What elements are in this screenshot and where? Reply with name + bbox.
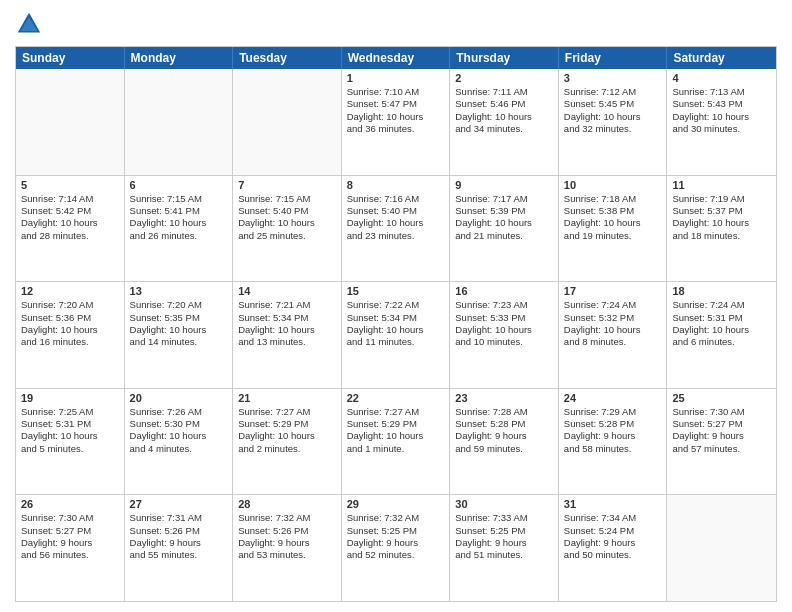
calendar-cell: 4Sunrise: 7:13 AMSunset: 5:43 PMDaylight… (667, 69, 776, 175)
cell-line: and 25 minutes. (238, 230, 336, 242)
calendar-cell: 15Sunrise: 7:22 AMSunset: 5:34 PMDayligh… (342, 282, 451, 388)
day-number: 23 (455, 392, 553, 404)
cell-line: and 2 minutes. (238, 443, 336, 455)
cell-line: Daylight: 10 hours (21, 430, 119, 442)
day-number: 19 (21, 392, 119, 404)
cell-line: Daylight: 10 hours (21, 324, 119, 336)
cell-line: Daylight: 10 hours (455, 324, 553, 336)
calendar-cell: 28Sunrise: 7:32 AMSunset: 5:26 PMDayligh… (233, 495, 342, 601)
calendar-cell (233, 69, 342, 175)
day-number: 27 (130, 498, 228, 510)
day-number: 15 (347, 285, 445, 297)
day-number: 18 (672, 285, 771, 297)
cell-line: Daylight: 9 hours (130, 537, 228, 549)
calendar-week: 12Sunrise: 7:20 AMSunset: 5:36 PMDayligh… (16, 281, 776, 388)
cell-line: Sunset: 5:47 PM (347, 98, 445, 110)
day-number: 24 (564, 392, 662, 404)
cell-line: Daylight: 10 hours (238, 430, 336, 442)
day-number: 1 (347, 72, 445, 84)
cell-line: Sunrise: 7:28 AM (455, 406, 553, 418)
calendar-cell: 16Sunrise: 7:23 AMSunset: 5:33 PMDayligh… (450, 282, 559, 388)
day-number: 11 (672, 179, 771, 191)
cell-line: and 19 minutes. (564, 230, 662, 242)
cell-line: Sunrise: 7:15 AM (130, 193, 228, 205)
weekday-header: Thursday (450, 47, 559, 69)
day-number: 25 (672, 392, 771, 404)
cell-line: Sunrise: 7:30 AM (21, 512, 119, 524)
cell-line: Daylight: 10 hours (455, 111, 553, 123)
cell-line: Sunset: 5:25 PM (455, 525, 553, 537)
cell-line: Daylight: 10 hours (238, 324, 336, 336)
calendar-cell: 2Sunrise: 7:11 AMSunset: 5:46 PMDaylight… (450, 69, 559, 175)
day-number: 26 (21, 498, 119, 510)
cell-line: Daylight: 10 hours (672, 111, 771, 123)
cell-line: and 14 minutes. (130, 336, 228, 348)
cell-line: Daylight: 9 hours (455, 430, 553, 442)
calendar-cell: 8Sunrise: 7:16 AMSunset: 5:40 PMDaylight… (342, 176, 451, 282)
cell-line: Daylight: 10 hours (130, 430, 228, 442)
cell-line: Sunrise: 7:31 AM (130, 512, 228, 524)
cell-line: and 50 minutes. (564, 549, 662, 561)
calendar-cell: 26Sunrise: 7:30 AMSunset: 5:27 PMDayligh… (16, 495, 125, 601)
cell-line: Sunrise: 7:17 AM (455, 193, 553, 205)
cell-line: Daylight: 10 hours (347, 430, 445, 442)
cell-line: Sunrise: 7:26 AM (130, 406, 228, 418)
cell-line: Sunrise: 7:27 AM (347, 406, 445, 418)
cell-line: Sunset: 5:29 PM (238, 418, 336, 430)
logo-icon (15, 10, 43, 38)
cell-line: Sunrise: 7:14 AM (21, 193, 119, 205)
cell-line: Sunrise: 7:23 AM (455, 299, 553, 311)
cell-line: and 34 minutes. (455, 123, 553, 135)
calendar-cell: 13Sunrise: 7:20 AMSunset: 5:35 PMDayligh… (125, 282, 234, 388)
cell-line: Daylight: 9 hours (564, 537, 662, 549)
cell-line: Sunset: 5:30 PM (130, 418, 228, 430)
day-number: 3 (564, 72, 662, 84)
cell-line: and 58 minutes. (564, 443, 662, 455)
calendar-cell: 22Sunrise: 7:27 AMSunset: 5:29 PMDayligh… (342, 389, 451, 495)
cell-line: Sunset: 5:36 PM (21, 312, 119, 324)
cell-line: Sunset: 5:27 PM (672, 418, 771, 430)
cell-line: Daylight: 10 hours (238, 217, 336, 229)
day-number: 20 (130, 392, 228, 404)
cell-line: Sunrise: 7:29 AM (564, 406, 662, 418)
cell-line: Daylight: 10 hours (130, 217, 228, 229)
cell-line: and 32 minutes. (564, 123, 662, 135)
cell-line: Sunrise: 7:24 AM (564, 299, 662, 311)
cell-line: Sunset: 5:24 PM (564, 525, 662, 537)
calendar-cell (667, 495, 776, 601)
cell-line: Daylight: 9 hours (455, 537, 553, 549)
cell-line: Sunrise: 7:20 AM (130, 299, 228, 311)
cell-line: Sunset: 5:28 PM (455, 418, 553, 430)
cell-line: and 26 minutes. (130, 230, 228, 242)
cell-line: Daylight: 10 hours (564, 324, 662, 336)
cell-line: Daylight: 10 hours (347, 217, 445, 229)
day-number: 4 (672, 72, 771, 84)
cell-line: Daylight: 9 hours (672, 430, 771, 442)
cell-line: Daylight: 10 hours (672, 217, 771, 229)
calendar-cell: 12Sunrise: 7:20 AMSunset: 5:36 PMDayligh… (16, 282, 125, 388)
cell-line: Sunrise: 7:22 AM (347, 299, 445, 311)
calendar-cell: 27Sunrise: 7:31 AMSunset: 5:26 PMDayligh… (125, 495, 234, 601)
cell-line: Sunrise: 7:18 AM (564, 193, 662, 205)
weekday-header: Tuesday (233, 47, 342, 69)
cell-line: and 4 minutes. (130, 443, 228, 455)
calendar-cell: 11Sunrise: 7:19 AMSunset: 5:37 PMDayligh… (667, 176, 776, 282)
cell-line: Daylight: 9 hours (564, 430, 662, 442)
cell-line: Sunrise: 7:16 AM (347, 193, 445, 205)
cell-line: Sunset: 5:27 PM (21, 525, 119, 537)
weekday-header: Monday (125, 47, 234, 69)
day-number: 10 (564, 179, 662, 191)
cell-line: Sunrise: 7:11 AM (455, 86, 553, 98)
cell-line: Sunset: 5:35 PM (130, 312, 228, 324)
day-number: 13 (130, 285, 228, 297)
calendar: SundayMondayTuesdayWednesdayThursdayFrid… (15, 46, 777, 602)
cell-line: Sunrise: 7:12 AM (564, 86, 662, 98)
cell-line: Sunset: 5:45 PM (564, 98, 662, 110)
cell-line: Sunrise: 7:32 AM (347, 512, 445, 524)
day-number: 30 (455, 498, 553, 510)
cell-line: Sunrise: 7:20 AM (21, 299, 119, 311)
cell-line: and 8 minutes. (564, 336, 662, 348)
calendar-body: 1Sunrise: 7:10 AMSunset: 5:47 PMDaylight… (16, 69, 776, 601)
day-number: 9 (455, 179, 553, 191)
cell-line: Sunset: 5:26 PM (130, 525, 228, 537)
